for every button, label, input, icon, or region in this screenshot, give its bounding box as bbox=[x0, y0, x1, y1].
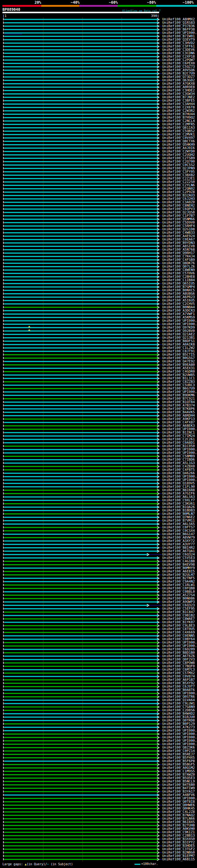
alignment-bar[interactable] bbox=[4, 22, 157, 23]
alignment-bar[interactable] bbox=[4, 154, 157, 155]
alignment-bar[interactable] bbox=[4, 148, 157, 149]
alignment-bar[interactable] bbox=[4, 97, 157, 98]
alignment-bar[interactable] bbox=[4, 635, 157, 637]
alignment-bar[interactable] bbox=[4, 547, 157, 548]
alignment-bar[interactable] bbox=[4, 381, 157, 382]
alignment-bar[interactable] bbox=[4, 442, 157, 443]
alignment-bar[interactable] bbox=[4, 158, 157, 159]
alignment-bar[interactable] bbox=[4, 117, 157, 118]
alignment-bar[interactable] bbox=[4, 848, 157, 850]
alignment-bar[interactable] bbox=[4, 219, 157, 220]
alignment-bar[interactable] bbox=[4, 527, 157, 528]
alignment-bar[interactable] bbox=[4, 479, 157, 480]
alignment-bar[interactable] bbox=[4, 612, 157, 613]
alignment-bar[interactable] bbox=[4, 723, 157, 724]
alignment-bar[interactable] bbox=[4, 384, 157, 386]
alignment-bar[interactable] bbox=[4, 561, 157, 562]
alignment-bar[interactable] bbox=[4, 188, 157, 189]
alignment-bar[interactable] bbox=[4, 209, 157, 210]
alignment-bar[interactable] bbox=[4, 740, 157, 741]
alignment-bar[interactable] bbox=[4, 266, 157, 267]
alignment-bar[interactable] bbox=[4, 683, 157, 684]
alignment-bar[interactable] bbox=[4, 632, 157, 633]
alignment-bar[interactable] bbox=[4, 300, 157, 301]
alignment-bar[interactable] bbox=[4, 256, 157, 257]
alignment-bar[interactable] bbox=[4, 229, 157, 230]
alignment-bar[interactable] bbox=[4, 398, 157, 399]
alignment-bar[interactable] bbox=[4, 476, 157, 477]
alignment-bar[interactable] bbox=[4, 591, 157, 592]
alignment-bar[interactable] bbox=[4, 114, 157, 115]
alignment-bar[interactable] bbox=[4, 571, 157, 572]
alignment-bar[interactable] bbox=[4, 459, 157, 460]
alignment-bar[interactable] bbox=[4, 215, 157, 216]
alignment-bar[interactable] bbox=[4, 825, 157, 826]
alignment-bar[interactable] bbox=[4, 39, 157, 40]
alignment-bar[interactable] bbox=[4, 466, 157, 467]
alignment-bar[interactable] bbox=[4, 80, 157, 81]
row-label[interactable]: UniRef100_A6B115 bbox=[162, 858, 195, 861]
alignment-bar[interactable] bbox=[4, 523, 157, 525]
alignment-bar[interactable] bbox=[4, 625, 157, 626]
alignment-bar[interactable] bbox=[4, 358, 157, 359]
alignment-bar[interactable] bbox=[4, 483, 157, 484]
alignment-bar[interactable] bbox=[4, 842, 157, 843]
alignment-bar[interactable] bbox=[4, 29, 157, 30]
alignment-bar[interactable] bbox=[4, 744, 157, 745]
alignment-bar[interactable] bbox=[4, 334, 157, 335]
alignment-bar[interactable] bbox=[4, 222, 157, 223]
alignment-bar[interactable] bbox=[4, 787, 157, 789]
alignment-bar[interactable] bbox=[4, 645, 157, 647]
alignment-bar[interactable] bbox=[4, 449, 157, 450]
alignment-bar[interactable] bbox=[4, 317, 157, 318]
alignment-bar[interactable] bbox=[4, 303, 157, 305]
alignment-bar[interactable] bbox=[4, 493, 157, 494]
alignment-bar[interactable] bbox=[4, 706, 157, 708]
alignment-bar[interactable] bbox=[4, 93, 157, 95]
alignment-bar[interactable] bbox=[4, 73, 157, 74]
alignment-bar[interactable] bbox=[4, 750, 157, 752]
alignment-bar[interactable] bbox=[4, 432, 157, 433]
alignment-bar[interactable] bbox=[4, 320, 157, 321]
alignment-bar[interactable] bbox=[4, 290, 157, 291]
alignment-bar[interactable] bbox=[4, 59, 157, 61]
alignment-bar[interactable] bbox=[4, 608, 157, 609]
alignment-bar[interactable] bbox=[4, 689, 157, 691]
alignment-bar[interactable] bbox=[4, 852, 157, 853]
alignment-bar[interactable] bbox=[4, 506, 157, 508]
alignment-bar[interactable] bbox=[4, 666, 157, 667]
alignment-bar[interactable] bbox=[4, 595, 157, 596]
alignment-bar[interactable] bbox=[4, 747, 157, 748]
alignment-bar[interactable] bbox=[4, 347, 157, 348]
alignment-bar[interactable] bbox=[4, 361, 157, 362]
alignment-bar[interactable] bbox=[4, 767, 157, 769]
alignment-bar[interactable] bbox=[4, 164, 157, 166]
alignment-bar[interactable] bbox=[4, 36, 157, 37]
alignment-bar[interactable] bbox=[4, 435, 157, 437]
alignment-bar[interactable] bbox=[4, 598, 157, 599]
alignment-bar[interactable] bbox=[4, 574, 157, 576]
alignment-bar[interactable] bbox=[4, 262, 157, 264]
alignment-bar[interactable] bbox=[4, 236, 157, 237]
alignment-bar[interactable] bbox=[4, 655, 157, 657]
alignment-bar[interactable] bbox=[4, 76, 157, 78]
alignment-bar[interactable] bbox=[4, 469, 157, 470]
alignment-bar[interactable] bbox=[4, 771, 157, 772]
alignment-bar[interactable] bbox=[4, 110, 157, 112]
alignment-bar[interactable] bbox=[4, 161, 157, 162]
alignment-bar[interactable] bbox=[4, 808, 157, 809]
alignment-bar[interactable] bbox=[4, 456, 157, 457]
alignment-bar[interactable] bbox=[4, 490, 157, 491]
alignment-bar[interactable] bbox=[4, 212, 157, 213]
alignment-bar[interactable] bbox=[4, 307, 157, 308]
alignment-bar[interactable] bbox=[4, 418, 157, 420]
alignment-bar[interactable] bbox=[4, 696, 157, 698]
alignment-bar[interactable] bbox=[4, 364, 157, 366]
alignment-bar[interactable] bbox=[4, 567, 157, 569]
alignment-bar[interactable] bbox=[4, 822, 157, 823]
alignment-bar[interactable] bbox=[4, 181, 157, 183]
alignment-bar[interactable] bbox=[4, 659, 157, 660]
alignment-bar[interactable] bbox=[4, 378, 157, 379]
alignment-bar[interactable] bbox=[4, 259, 157, 260]
alignment-bar[interactable] bbox=[4, 195, 157, 196]
